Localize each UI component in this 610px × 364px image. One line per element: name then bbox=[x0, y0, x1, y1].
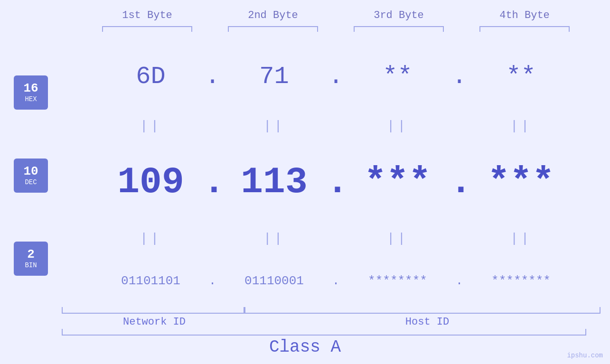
bin-row: 01101101 . 01110001 . ******** . *******… bbox=[62, 274, 610, 288]
bin-byte-1: 01101101 bbox=[99, 274, 203, 288]
bottom-section: Network ID Host ID Class A bbox=[0, 305, 610, 364]
dec-byte-2: 113 bbox=[222, 161, 327, 203]
class-label: Class A bbox=[269, 337, 341, 357]
dec-badge: 10 DEC bbox=[14, 159, 48, 193]
data-grid: 6D . 71 . ** . ** || || || || 109 bbox=[62, 46, 610, 305]
bin-dot-3: . bbox=[450, 274, 469, 288]
bin-byte-4: ******** bbox=[469, 274, 573, 288]
main-container: 1st Byte 2nd Byte 3rd Byte 4th Byte 16 H… bbox=[0, 0, 610, 364]
hex-dot-2: . bbox=[327, 63, 346, 91]
hex-byte-1: 6D bbox=[99, 63, 203, 91]
bracket-2 bbox=[228, 26, 318, 32]
dec-row: 109 . 113 . *** . *** bbox=[62, 161, 610, 203]
eq-4: || bbox=[469, 119, 573, 133]
top-brackets bbox=[84, 26, 588, 32]
equals-row-2: || || || || bbox=[62, 231, 610, 246]
eq-5: || bbox=[99, 231, 203, 246]
badges-column: 16 HEX 10 DEC 2 BIN bbox=[0, 46, 62, 305]
bin-dot-1: . bbox=[203, 274, 222, 288]
host-bracket bbox=[244, 307, 601, 314]
rows-area: 16 HEX 10 DEC 2 BIN 6D . 71 . ** . ** bbox=[0, 46, 610, 305]
column-headers: 1st Byte 2nd Byte 3rd Byte 4th Byte bbox=[84, 9, 588, 21]
col-header-3: 3rd Byte bbox=[347, 9, 451, 21]
hex-badge-number: 16 bbox=[23, 82, 38, 95]
eq-8: || bbox=[469, 231, 573, 246]
bin-badge: 2 BIN bbox=[14, 242, 48, 276]
bin-byte-3: ******** bbox=[346, 274, 450, 288]
hex-row: 6D . 71 . ** . ** bbox=[62, 63, 610, 91]
hex-dot-3: . bbox=[450, 63, 469, 91]
watermark: ipshu.com bbox=[567, 352, 603, 359]
bracket-4 bbox=[479, 26, 570, 32]
dec-dot-2: . bbox=[327, 161, 346, 203]
dec-dot-3: . bbox=[450, 161, 469, 203]
dec-byte-4: *** bbox=[469, 161, 573, 203]
dec-byte-1: 109 bbox=[99, 161, 203, 203]
dec-dot-1: . bbox=[203, 161, 222, 203]
col-header-4: 4th Byte bbox=[472, 9, 577, 21]
bottom-brackets bbox=[62, 307, 601, 314]
eq-7: || bbox=[346, 231, 450, 246]
col-header-1: 1st Byte bbox=[95, 9, 199, 21]
col-header-2: 2nd Byte bbox=[221, 9, 325, 21]
hex-badge: 16 HEX bbox=[14, 75, 48, 110]
label-row: Network ID Host ID bbox=[62, 316, 610, 328]
hex-byte-4: ** bbox=[469, 63, 573, 91]
dec-badge-label: DEC bbox=[25, 178, 37, 186]
eq-6: || bbox=[222, 231, 327, 246]
eq-1: || bbox=[99, 119, 203, 133]
network-id-label: Network ID bbox=[62, 316, 247, 328]
hex-dot-1: . bbox=[203, 63, 222, 91]
eq-2: || bbox=[222, 119, 327, 133]
hex-byte-2: 71 bbox=[222, 63, 327, 91]
eq-3: || bbox=[346, 119, 450, 133]
dec-byte-3: *** bbox=[346, 161, 450, 203]
bin-byte-2: 01110001 bbox=[222, 274, 327, 288]
hex-badge-label: HEX bbox=[25, 95, 37, 103]
host-id-label: Host ID bbox=[247, 316, 608, 328]
hex-byte-3: ** bbox=[346, 63, 450, 91]
bin-dot-2: . bbox=[327, 274, 346, 288]
bracket-1 bbox=[102, 26, 192, 32]
bracket-3 bbox=[354, 26, 444, 32]
class-row: Class A bbox=[0, 333, 610, 357]
class-bracket bbox=[62, 329, 586, 336]
equals-row-1: || || || || bbox=[62, 119, 610, 133]
bin-badge-number: 2 bbox=[27, 248, 35, 261]
dec-badge-number: 10 bbox=[23, 165, 38, 178]
network-bracket bbox=[62, 307, 244, 314]
bin-badge-label: BIN bbox=[25, 261, 37, 269]
